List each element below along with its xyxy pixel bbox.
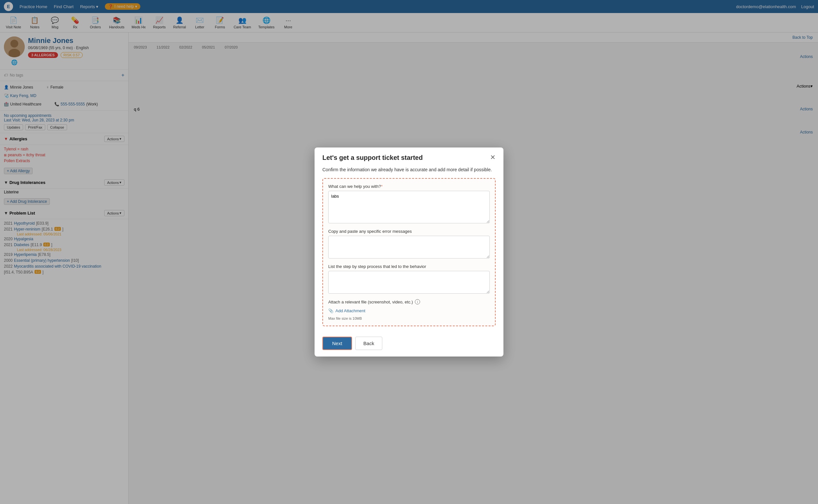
- paperclip-icon: 📎: [328, 308, 333, 313]
- modal-body: Confirm the information we already have …: [315, 161, 503, 333]
- attachment-section: Attach a relevant file (screenshot, vide…: [328, 299, 490, 320]
- next-button[interactable]: Next: [322, 337, 352, 350]
- field-errors: Copy and paste any specific error messag…: [328, 229, 490, 259]
- attach-label: Attach a relevant file (screenshot, vide…: [328, 299, 490, 304]
- modal-overlay: Let's get a support ticket started ✕ Con…: [0, 0, 818, 504]
- modal-subtitle: Confirm the information we already have …: [322, 167, 496, 173]
- add-attachment-button[interactable]: 📎 Add Attachment: [328, 307, 365, 315]
- field-steps: List the step by step process that led t…: [328, 264, 490, 295]
- back-button[interactable]: Back: [355, 337, 382, 350]
- modal-close-button[interactable]: ✕: [490, 154, 496, 161]
- field-steps-textarea[interactable]: [328, 271, 490, 294]
- modal-footer: Next Back: [315, 333, 503, 357]
- support-ticket-modal: Let's get a support ticket started ✕ Con…: [315, 147, 503, 357]
- modal-form-box: What can we help you with?* Copy and pas…: [322, 178, 496, 326]
- field-steps-label: List the step by step process that led t…: [328, 264, 490, 269]
- field-help: What can we help you with?*: [328, 184, 490, 224]
- required-star: *: [381, 184, 383, 189]
- field-errors-label: Copy and paste any specific error messag…: [328, 229, 490, 234]
- field-errors-textarea[interactable]: [328, 236, 490, 259]
- info-circle-icon: i: [415, 299, 420, 304]
- file-size-note: Max file size is 10MB: [328, 316, 490, 320]
- field-help-textarea[interactable]: [328, 191, 490, 223]
- field-help-label: What can we help you with?*: [328, 184, 490, 189]
- modal-header: Let's get a support ticket started ✕: [315, 147, 503, 161]
- modal-title: Let's get a support ticket started: [322, 154, 423, 161]
